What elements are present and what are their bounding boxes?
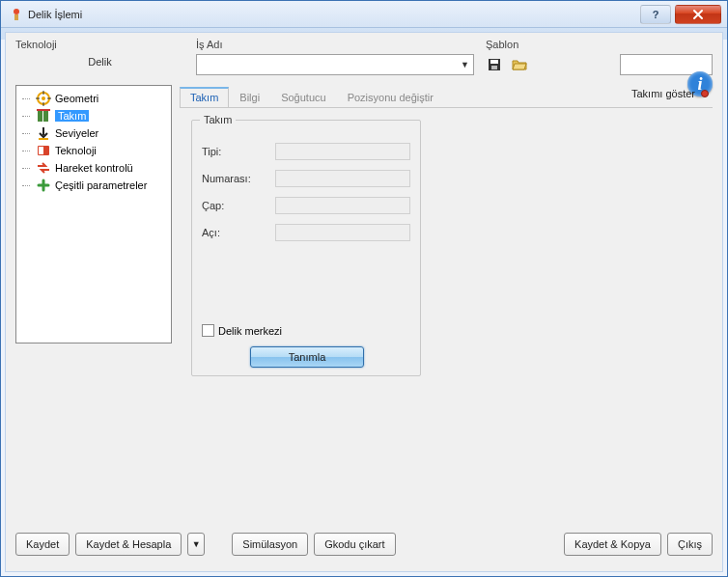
template-open-button[interactable] (511, 56, 528, 73)
save-copy-button[interactable]: Kaydet & Kopya (564, 533, 661, 556)
svg-point-0 (14, 9, 19, 14)
show-tool-label: Takımı göster (631, 88, 695, 99)
checkbox-icon (202, 324, 214, 337)
save-calculate-dropdown[interactable]: ▼ (187, 533, 205, 556)
tree-item-technology[interactable]: Teknoloji (18, 142, 169, 159)
field-row-type: Tipi: (202, 138, 410, 165)
title-bar: Delik İşlemi ? (1, 1, 727, 28)
angle-value (275, 224, 410, 241)
tool-groupbox: Takım Tipi: Numarası: Çap: Açı: (191, 120, 421, 376)
save-button[interactable]: Kaydet (15, 533, 70, 556)
tree-label: Seviyeler (55, 127, 98, 139)
define-button[interactable]: Tanımla (250, 346, 364, 368)
tree-label: Takım (55, 110, 89, 122)
svg-rect-8 (43, 110, 48, 122)
status-indicator-icon (701, 90, 709, 97)
bottom-bar: Kaydet Kaydet & Hesapla ▼ Simülasyon Gko… (6, 527, 722, 571)
floppy-disk-icon (487, 57, 502, 72)
right-panel: Takım Bilgi Soğutucu Pozisyonu değiştir … (180, 85, 713, 527)
tab-tool[interactable]: Takım (180, 87, 229, 107)
body-area: Geometri Takım Seviyeler (6, 79, 722, 527)
gcode-button[interactable]: Gkodu çıkart (314, 533, 395, 556)
svg-rect-7 (38, 110, 42, 122)
tab-change-position[interactable]: Pozisyonu değiştir (337, 88, 444, 107)
template-block: Şablon (486, 39, 713, 75)
save-calculate-button[interactable]: Kaydet & Hesapla (75, 533, 182, 556)
job-name-label: İş Adı (196, 39, 474, 50)
tree-label: Çeşitli parametreler (55, 179, 147, 191)
technology-value: Delik (15, 56, 184, 68)
svg-rect-1 (14, 14, 18, 20)
hole-center-label: Delik merkezi (218, 325, 282, 337)
tree-item-misc-params[interactable]: Çeşitli parametreler (18, 177, 169, 194)
svg-rect-3 (490, 60, 498, 64)
tree-item-motion-control[interactable]: Hareket kontrolü (18, 159, 169, 177)
app-icon (9, 7, 24, 22)
exit-button[interactable]: Çıkış (667, 533, 713, 556)
diameter-label: Çap: (202, 200, 275, 211)
tree-item-geometry[interactable]: Geometri (18, 90, 169, 107)
job-name-dropdown[interactable]: ▼ (196, 54, 474, 75)
titlebar-controls: ? (640, 5, 721, 24)
tool-icon (36, 108, 51, 124)
job-name-block: İş Adı ▼ (196, 39, 474, 75)
field-row-number: Numarası: (202, 165, 410, 192)
header-row: Teknoloji Delik İş Adı ▼ Şablon (6, 33, 722, 79)
book-icon (36, 143, 51, 158)
window-title: Delik İşlemi (9, 7, 634, 22)
folder-open-icon (512, 57, 527, 72)
client-area: Teknoloji Delik İş Adı ▼ Şablon (5, 32, 723, 572)
svg-rect-12 (39, 147, 43, 154)
number-value (275, 170, 410, 187)
tab-coolant[interactable]: Soğutucu (270, 88, 336, 107)
close-icon (692, 9, 704, 20)
angle-label: Açı: (202, 227, 275, 238)
group-title: Takım (200, 114, 236, 125)
show-tool-toggle[interactable]: Takımı göster (631, 88, 709, 99)
window-title-text: Delik İşlemi (28, 9, 82, 20)
svg-point-6 (42, 96, 45, 100)
plus-icon (36, 178, 51, 193)
close-button[interactable] (675, 5, 721, 24)
hole-center-checkbox-row[interactable]: Delik merkezi (202, 324, 282, 337)
tab-info[interactable]: Bilgi (229, 88, 270, 107)
field-row-angle: Açı: (202, 219, 410, 246)
technology-label: Teknoloji (15, 39, 184, 50)
tree-item-tool[interactable]: Takım (18, 107, 169, 124)
down-arrow-icon (36, 125, 51, 141)
dialog-window: Delik İşlemi ? Teknoloji Delik İş Adı ▼ (0, 0, 728, 577)
technology-block: Teknoloji Delik (15, 39, 184, 75)
tree-label: Geometri (55, 93, 98, 104)
type-value (275, 143, 410, 160)
chevron-down-icon: ▼ (461, 60, 469, 69)
nav-tree: Geometri Takım Seviyeler (15, 85, 172, 343)
type-label: Tipi: (202, 146, 275, 157)
tree-label: Hareket kontrolü (55, 162, 133, 174)
template-label: Şablon (486, 39, 713, 50)
simulate-button[interactable]: Simülasyon (232, 533, 308, 556)
tree-label: Teknoloji (55, 145, 97, 156)
tab-row: Takım Bilgi Soğutucu Pozisyonu değiştir … (180, 85, 713, 108)
svg-rect-10 (39, 138, 48, 140)
svg-rect-9 (37, 109, 50, 111)
svg-rect-4 (491, 66, 497, 69)
help-button[interactable]: ? (640, 5, 671, 24)
template-save-button[interactable] (486, 56, 503, 73)
diameter-value (275, 197, 410, 214)
motion-icon (36, 160, 51, 176)
number-label: Numarası: (202, 173, 275, 184)
tree-item-levels[interactable]: Seviyeler (18, 124, 169, 142)
field-row-diameter: Çap: (202, 192, 410, 219)
target-icon (36, 91, 51, 106)
